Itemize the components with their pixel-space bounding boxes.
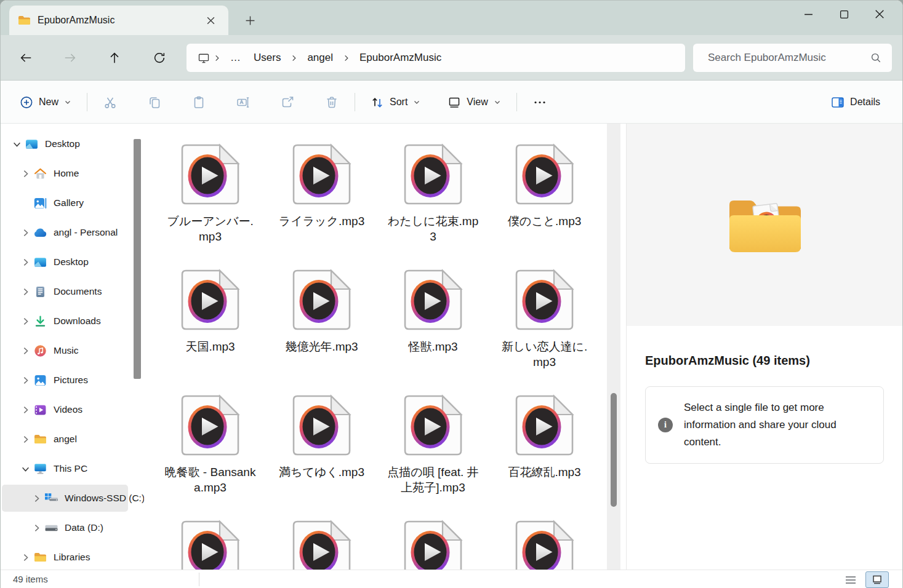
chevron-down-icon[interactable] bbox=[9, 137, 24, 151]
copy-button[interactable] bbox=[140, 88, 169, 116]
sidebar-item-music[interactable]: Music bbox=[2, 337, 128, 364]
onedrive-icon bbox=[33, 225, 47, 240]
sidebar-item-videos[interactable]: Videos bbox=[2, 396, 128, 423]
status-divider bbox=[199, 573, 199, 586]
details-pane-button[interactable]: Details bbox=[824, 90, 886, 114]
info-text: Select a single file to get more informa… bbox=[684, 399, 871, 451]
file-item[interactable]: 天国.mp3 bbox=[155, 255, 266, 381]
sidebar-item-documents[interactable]: Documents bbox=[2, 278, 128, 305]
sidebar-item-this-pc[interactable]: This PC bbox=[2, 455, 128, 482]
sidebar-item-desktop[interactable]: Desktop bbox=[2, 248, 128, 276]
breadcrumb-chevron-icon[interactable] bbox=[210, 55, 224, 62]
file-item[interactable] bbox=[155, 506, 266, 570]
sidebar-item-desktop[interactable]: Desktop bbox=[2, 130, 128, 157]
chevron-right-icon[interactable] bbox=[18, 255, 33, 269]
file-item[interactable]: わたしに花束.mp3 bbox=[377, 130, 489, 255]
sidebar-item-pictures[interactable]: Pictures bbox=[2, 367, 128, 394]
breadcrumb-segment-users[interactable]: Users bbox=[247, 49, 287, 66]
file-item[interactable]: 怪獣.mp3 bbox=[377, 255, 489, 381]
chevron-right-icon[interactable] bbox=[18, 166, 33, 181]
new-button[interactable]: New bbox=[13, 90, 78, 114]
search-input[interactable] bbox=[708, 52, 870, 64]
sidebar-item-angl-personal[interactable]: angl - Personal bbox=[2, 219, 128, 246]
tab-close-icon[interactable] bbox=[201, 11, 220, 30]
sidebar-item-gallery[interactable]: Gallery bbox=[2, 189, 128, 217]
breadcrumb-overflow[interactable]: … bbox=[224, 52, 247, 64]
paste-button[interactable] bbox=[185, 88, 213, 116]
refresh-icon[interactable] bbox=[146, 46, 172, 70]
cut-button[interactable] bbox=[96, 88, 124, 116]
toolbar-divider bbox=[355, 93, 355, 111]
chevron-right-icon[interactable] bbox=[18, 402, 33, 417]
rename-button[interactable] bbox=[229, 88, 257, 116]
back-icon[interactable] bbox=[13, 46, 39, 70]
explorer-tab[interactable]: EpuborAmzMusic bbox=[9, 6, 228, 35]
sidebar-scrollbar-thumb[interactable] bbox=[134, 139, 141, 379]
sort-button[interactable]: Sort bbox=[364, 90, 427, 114]
chevron-right-icon[interactable] bbox=[18, 225, 33, 240]
breadcrumb-segment-angel[interactable]: angel bbox=[301, 49, 339, 66]
forward-icon[interactable] bbox=[57, 46, 83, 70]
chevron-right-icon[interactable] bbox=[18, 373, 33, 387]
breadcrumb-segment-current[interactable]: EpuborAmzMusic bbox=[353, 49, 447, 66]
folder-icon bbox=[18, 15, 30, 26]
chevron-right-icon[interactable] bbox=[18, 432, 33, 447]
chevron-right-icon[interactable] bbox=[18, 284, 33, 299]
list-view-icon[interactable] bbox=[841, 572, 861, 587]
sidebar-item-data-d[interactable]: Data (D:) bbox=[2, 514, 128, 541]
delete-button[interactable] bbox=[318, 88, 346, 116]
sidebar-item-downloads[interactable]: Downloads bbox=[2, 308, 128, 335]
search-icon[interactable] bbox=[870, 52, 882, 64]
sidebar-item-windows-ssd-c[interactable]: Windows-SSD (C:) bbox=[2, 485, 128, 512]
file-item[interactable] bbox=[489, 506, 600, 570]
this-pc-icon[interactable] bbox=[198, 52, 210, 64]
new-tab-button[interactable] bbox=[239, 10, 260, 30]
content-scrollbar[interactable] bbox=[607, 124, 620, 570]
item-count: 49 items bbox=[13, 574, 48, 584]
file-item[interactable] bbox=[377, 506, 489, 570]
share-button[interactable] bbox=[273, 88, 302, 116]
sidebar-scrollbar[interactable] bbox=[133, 124, 142, 570]
file-item[interactable] bbox=[266, 506, 377, 570]
close-icon[interactable] bbox=[862, 1, 897, 28]
sort-button-label: Sort bbox=[390, 97, 407, 108]
more-options-button[interactable] bbox=[526, 88, 554, 116]
chevron-right-icon[interactable] bbox=[18, 343, 33, 358]
file-item[interactable]: 新しい恋人達に.mp3 bbox=[489, 255, 600, 381]
chevron-down-icon[interactable] bbox=[18, 461, 33, 476]
content-scrollbar-thumb[interactable] bbox=[611, 393, 617, 507]
file-item[interactable]: 僕のこと.mp3 bbox=[489, 130, 600, 255]
sidebar-item-angel[interactable]: angel bbox=[2, 426, 128, 453]
info-card: i Select a single file to get more infor… bbox=[645, 386, 884, 464]
file-name: ライラック.mp3 bbox=[279, 213, 364, 229]
file-item[interactable]: 満ちてゆく.mp3 bbox=[266, 381, 377, 506]
file-item[interactable]: ブルーアンバー.mp3 bbox=[155, 130, 266, 255]
mp3-file-icon bbox=[292, 269, 351, 331]
breadcrumb-chevron-icon[interactable] bbox=[287, 55, 301, 62]
file-item[interactable]: 幾億光年.mp3 bbox=[266, 255, 377, 381]
toolbar-divider bbox=[516, 93, 517, 111]
videos-icon bbox=[33, 402, 47, 417]
minimize-icon[interactable] bbox=[790, 1, 826, 28]
file-name: 晩餐歌 - Bansanka.mp3 bbox=[164, 464, 257, 495]
thumbnail-view-icon[interactable] bbox=[865, 571, 889, 588]
chevron-right-icon[interactable] bbox=[18, 550, 33, 565]
address-box[interactable]: … Users angel EpuborAmzMusic bbox=[187, 44, 685, 72]
chevron-right-icon[interactable] bbox=[18, 314, 33, 328]
command-bar: New Sort View Details bbox=[1, 81, 902, 124]
maximize-icon[interactable] bbox=[826, 1, 862, 28]
file-item[interactable]: 晩餐歌 - Bansanka.mp3 bbox=[155, 381, 266, 506]
home-icon bbox=[33, 166, 47, 181]
file-item[interactable]: 百花繚乱.mp3 bbox=[489, 381, 600, 506]
up-icon[interactable] bbox=[102, 46, 127, 70]
sidebar-item-label: Windows-SSD (C:) bbox=[65, 493, 144, 504]
view-button[interactable]: View bbox=[441, 90, 507, 114]
breadcrumb-chevron-icon[interactable] bbox=[339, 55, 353, 62]
sidebar-item-home[interactable]: Home bbox=[2, 160, 128, 187]
file-item[interactable]: ライラック.mp3 bbox=[266, 130, 377, 255]
sidebar-item-libraries[interactable]: Libraries bbox=[2, 544, 128, 570]
chevron-right-icon[interactable] bbox=[29, 491, 44, 506]
file-item[interactable]: 点描の唄 [feat. 井上苑子].mp3 bbox=[377, 381, 489, 506]
chevron-right-icon[interactable] bbox=[29, 520, 44, 535]
sidebar-item-label: angel bbox=[54, 434, 77, 445]
